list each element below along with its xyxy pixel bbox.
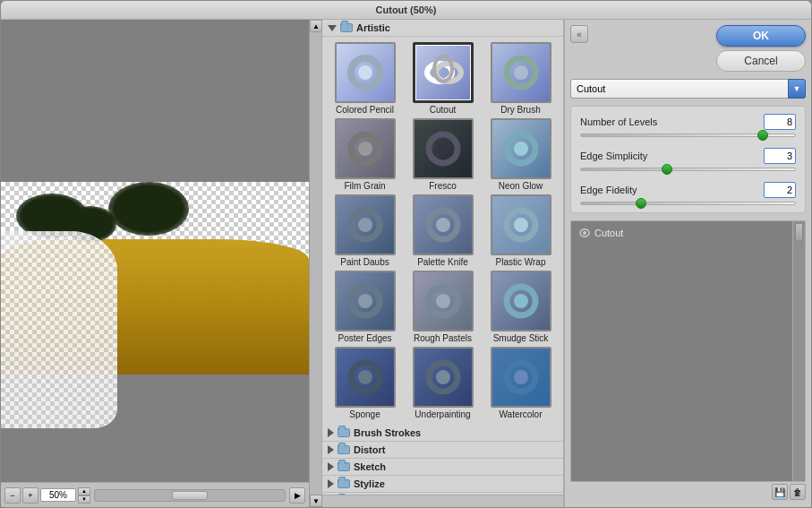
dry-brush-thumb[interactable] xyxy=(491,42,551,103)
paint-daubs-thumb[interactable] xyxy=(335,194,396,255)
filter-poster-edges[interactable]: Poster Edges xyxy=(328,271,402,343)
paint-daubs-label: Paint Daubs xyxy=(340,257,389,267)
ok-button[interactable]: OK xyxy=(716,25,806,47)
number-of-levels-slider[interactable] xyxy=(580,133,796,137)
watercolor-label: Watercolor xyxy=(500,409,543,419)
svg-point-1 xyxy=(358,65,372,80)
filter-left-scrollbar: ▲ ▼ xyxy=(310,20,322,507)
layer-scrollbar[interactable] xyxy=(792,221,805,481)
filter-grid: Colored Pencil Cutout xyxy=(322,37,563,425)
scroll-right-button[interactable]: ▶ xyxy=(289,487,305,504)
edge-simplicity-control: Edge Simplicity xyxy=(580,148,796,171)
filter-fresco[interactable]: Fresco xyxy=(406,118,480,191)
rough-pastels-label: Rough Pastels xyxy=(414,333,472,343)
sponge-label: Sponge xyxy=(349,409,380,419)
stylize-label: Stylize xyxy=(354,478,385,489)
action-buttons: OK Cancel xyxy=(716,25,806,72)
settings-top-row: « OK Cancel xyxy=(570,25,806,72)
filter-neon-glow[interactable]: Neon Glow xyxy=(483,118,558,191)
watercolor-thumb[interactable] xyxy=(491,347,551,408)
zoom-plus-button[interactable]: + xyxy=(22,487,38,504)
edge-simplicity-label-row: Edge Simplicity xyxy=(580,148,796,164)
underpainting-thumb[interactable] xyxy=(413,347,474,408)
category-artistic[interactable]: Artistic xyxy=(322,20,563,37)
edge-simplicity-slider[interactable] xyxy=(580,168,796,171)
neon-glow-label: Neon Glow xyxy=(499,181,543,191)
plastic-wrap-thumb[interactable] xyxy=(491,194,551,255)
fresco-thumb[interactable] xyxy=(413,118,474,179)
filter-dry-brush[interactable]: Dry Brush xyxy=(483,42,558,115)
distort-label: Distort xyxy=(354,444,385,455)
svg-point-6 xyxy=(514,65,528,80)
smudge-stick-thumb[interactable] xyxy=(491,271,551,331)
svg-point-26 xyxy=(358,370,372,384)
zoom-minus-button[interactable]: − xyxy=(4,487,21,504)
filter-smudge-stick[interactable]: Smudge Stick xyxy=(483,271,558,343)
dropdown-arrow-icon: ▼ xyxy=(793,84,801,93)
dialog-body: − + 50% ▲ ▼ ▶ ▲ ▼ xyxy=(1,20,811,507)
fresco-label: Fresco xyxy=(429,181,457,191)
svg-point-30 xyxy=(514,370,528,384)
colored-pencil-thumb[interactable] xyxy=(335,42,396,103)
film-grain-thumb[interactable] xyxy=(335,118,396,179)
cutout-label: Cutout xyxy=(430,105,456,115)
category-stylize[interactable]: Stylize xyxy=(322,476,563,493)
svg-point-24 xyxy=(514,294,528,308)
filter-cutout[interactable]: Cutout xyxy=(406,42,480,115)
edge-fidelity-input[interactable] xyxy=(764,182,796,198)
edge-simplicity-input[interactable] xyxy=(764,148,796,164)
svg-point-8 xyxy=(358,142,372,156)
preview-scrollbar[interactable] xyxy=(94,489,286,502)
filter-plastic-wrap[interactable]: Plastic Wrap xyxy=(483,194,558,267)
underpainting-label: Underpainting xyxy=(415,409,470,419)
title-bar: Cutout (50%) xyxy=(1,1,811,20)
layer-visibility-icon[interactable] xyxy=(578,227,591,239)
save-icon: 💾 xyxy=(774,487,785,497)
brush-strokes-triangle-icon xyxy=(328,428,334,437)
rough-pastels-thumb[interactable] xyxy=(413,271,474,331)
zoom-up-button[interactable]: ▲ xyxy=(78,487,90,495)
filter-sponge[interactable]: Sponge xyxy=(328,347,402,419)
dropdown-arrow-button[interactable]: ▼ xyxy=(788,79,806,99)
edge-simplicity-thumb xyxy=(662,164,672,175)
category-brush-strokes[interactable]: Brush Strokes xyxy=(322,425,563,442)
layer-item[interactable]: Cutout xyxy=(575,225,801,241)
edge-fidelity-slider[interactable] xyxy=(580,202,796,205)
filter-dropdown[interactable]: Cutout xyxy=(570,79,806,99)
zoom-stepper[interactable]: ▲ ▼ xyxy=(78,487,90,504)
scroll-up-arrow[interactable]: ▲ xyxy=(310,20,322,32)
svg-point-12 xyxy=(514,142,528,156)
poster-edges-thumb[interactable] xyxy=(335,271,396,331)
filter-dropdown-wrapper: Cutout ▼ xyxy=(570,79,806,99)
neon-glow-thumb[interactable] xyxy=(491,118,551,179)
filter-film-grain[interactable]: Film Grain xyxy=(328,118,402,191)
filter-watercolor[interactable]: Watercolor xyxy=(483,347,558,419)
scroll-down-arrow[interactable]: ▼ xyxy=(310,495,322,507)
number-of-levels-input[interactable] xyxy=(764,114,796,130)
delete-layer-button[interactable]: 🗑 xyxy=(790,484,806,500)
sponge-thumb[interactable] xyxy=(335,347,396,408)
main-dialog: Cutout (50%) xyxy=(0,0,812,508)
filter-panel-wrapper: ▲ ▼ Artistic xyxy=(310,20,565,507)
filter-paint-daubs[interactable]: Paint Daubs xyxy=(328,194,402,267)
filter-colored-pencil[interactable]: Colored Pencil xyxy=(328,42,402,115)
category-sketch[interactable]: Sketch xyxy=(322,459,563,476)
cancel-button[interactable]: Cancel xyxy=(716,50,806,72)
palette-knife-thumb[interactable] xyxy=(413,194,474,255)
save-layer-button[interactable]: 💾 xyxy=(772,484,788,500)
filter-underpainting[interactable]: Underpainting xyxy=(406,347,480,419)
filter-palette-knife[interactable]: Palette Knife xyxy=(406,194,480,267)
artistic-folder-icon xyxy=(340,23,353,32)
filter-rough-pastels[interactable]: Rough Pastels xyxy=(406,271,480,343)
zoom-display: 50% xyxy=(40,488,76,502)
poster-edges-label: Poster Edges xyxy=(338,333,391,343)
cutout-thumb[interactable] xyxy=(413,42,474,103)
smudge-stick-label: Smudge Stick xyxy=(493,333,549,343)
zoom-down-button[interactable]: ▼ xyxy=(78,495,90,504)
brush-strokes-folder-icon xyxy=(338,428,350,437)
category-distort[interactable]: Distort xyxy=(322,442,563,459)
collapse-button[interactable]: « xyxy=(570,25,588,43)
svg-point-14 xyxy=(358,218,372,232)
filter-list[interactable]: Artistic Colored Pencil xyxy=(322,20,563,495)
distort-folder-icon xyxy=(338,445,350,454)
